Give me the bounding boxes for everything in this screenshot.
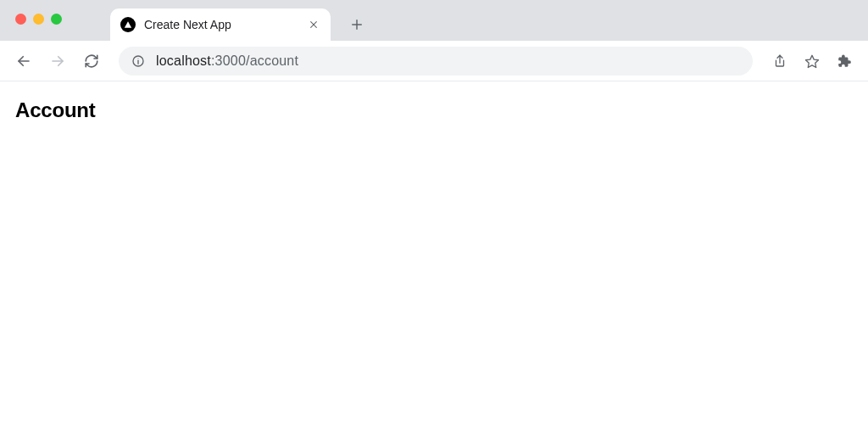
forward-button[interactable] [44, 48, 71, 75]
browser-toolbar: localhost:3000/account [0, 41, 868, 81]
window-maximize-button[interactable] [51, 14, 62, 25]
url-text: localhost:3000/account [156, 53, 741, 69]
window-controls [15, 14, 62, 25]
browser-tab[interactable]: Create Next App [110, 8, 331, 41]
window-minimize-button[interactable] [33, 14, 44, 25]
tabs-row: Create Next App [110, 0, 370, 41]
svg-point-8 [137, 58, 138, 59]
url-host: localhost [156, 53, 211, 68]
bookmark-button[interactable] [798, 48, 826, 75]
close-tab-icon[interactable] [307, 18, 320, 31]
toolbar-right [766, 48, 858, 75]
svg-marker-9 [806, 55, 819, 67]
new-tab-button[interactable] [344, 12, 370, 37]
page-heading: Account [15, 98, 853, 122]
back-button[interactable] [10, 48, 37, 75]
extensions-button[interactable] [831, 48, 858, 75]
page-content: Account [0, 81, 868, 139]
site-info-icon[interactable] [131, 53, 146, 69]
url-port-path: :3000/account [211, 53, 298, 68]
reload-button[interactable] [78, 48, 105, 75]
tab-title: Create Next App [144, 18, 281, 31]
vercel-favicon-icon [120, 17, 136, 32]
window-close-button[interactable] [15, 14, 26, 25]
share-button[interactable] [766, 48, 793, 75]
browser-tab-strip: Create Next App [0, 0, 868, 41]
address-bar[interactable]: localhost:3000/account [119, 47, 753, 76]
